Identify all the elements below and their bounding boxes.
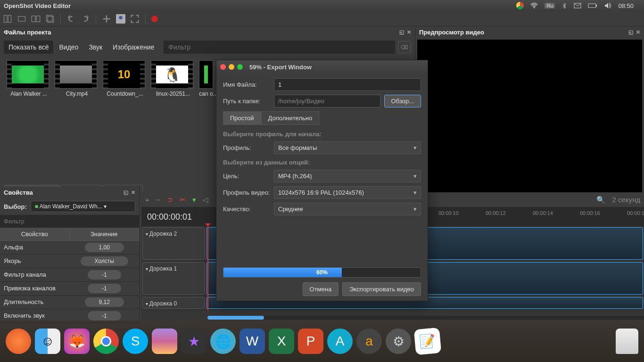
fullscreen-icon[interactable]	[130, 14, 140, 24]
dock-excel[interactable]: X	[269, 329, 294, 354]
dock-appstore[interactable]: A	[327, 329, 353, 354]
zoom-label: 2 секунд	[612, 196, 640, 204]
prop-name: Длительность	[0, 296, 70, 309]
volume-icon[interactable]	[604, 2, 611, 9]
close-panel-icon[interactable]: ✕	[407, 29, 411, 35]
close-panel-icon[interactable]: ✕	[636, 29, 640, 35]
clear-filter-button[interactable]: ⌫	[398, 41, 411, 53]
tab-show-all[interactable]: Показать всё	[4, 41, 53, 54]
prop-value[interactable]: Холсты	[81, 256, 128, 266]
path-input[interactable]	[274, 95, 380, 107]
track-header[interactable]: Дорожка 1	[142, 262, 205, 295]
dock-ubuntu[interactable]	[6, 329, 31, 354]
prop-value[interactable]: 1,00	[85, 243, 124, 252]
file-item[interactable]: can o...	[199, 60, 218, 97]
svg-rect-8	[36, 16, 40, 22]
marker-icon[interactable]: ▾	[192, 196, 196, 204]
tool-3[interactable]	[31, 14, 41, 24]
prop-name: Фильтр канала	[0, 268, 70, 281]
dock-photos[interactable]	[152, 329, 177, 354]
close-panel-icon[interactable]: ✕	[131, 189, 135, 196]
undock-icon[interactable]: ◱	[124, 189, 128, 196]
svg-rect-3	[596, 5, 597, 7]
prev-marker-icon[interactable]: ◁	[203, 196, 208, 204]
tool-1[interactable]	[3, 14, 12, 24]
app-title: OpenShot Video Editor	[4, 2, 71, 9]
undock-icon[interactable]: ◱	[399, 29, 404, 35]
undock-icon[interactable]: ◱	[628, 29, 633, 35]
clock[interactable]: 08:50	[618, 2, 634, 9]
tl-remove-icon[interactable]: −	[156, 196, 160, 204]
tab-audio[interactable]: Звук	[84, 41, 107, 54]
preview-panel-header: Предпросмотр видео ◱✕	[415, 26, 644, 38]
prop-name: Якорь	[0, 255, 70, 268]
redo-icon[interactable]	[81, 14, 90, 24]
dock-amazon[interactable]: a	[356, 329, 382, 354]
dock-browser[interactable]: 🌐	[210, 329, 236, 354]
prop-value[interactable]: -1	[88, 270, 121, 280]
files-filter-input[interactable]	[164, 41, 395, 54]
browse-button[interactable]: Обзор...	[384, 95, 421, 107]
props-filter-input[interactable]	[0, 215, 139, 228]
cut-icon[interactable]: ✂	[180, 196, 186, 204]
dock: ☺ 🦊 S ★ 🌐 W X P A a ⚙ 📝	[0, 321, 644, 362]
system-menubar: OpenShot Video Editor Ru 08:50	[0, 0, 644, 11]
dock-finder[interactable]: ☺	[35, 329, 60, 354]
keyboard-layout[interactable]: Ru	[545, 3, 555, 8]
prop-value[interactable]: -1	[88, 284, 121, 293]
tl-add-icon[interactable]: +	[145, 196, 149, 204]
file-item[interactable]: Alan Walker ...	[7, 60, 51, 97]
svg-rect-2	[588, 4, 596, 8]
dock-skype[interactable]: S	[123, 329, 148, 354]
tool-4[interactable]	[45, 14, 55, 24]
track-header[interactable]: Дорожка 0	[142, 297, 205, 309]
track-header[interactable]: Дорожка 2	[142, 227, 205, 260]
props-panel-header: Свойства ◱✕	[0, 187, 139, 198]
dock-imovie[interactable]: ★	[181, 329, 206, 354]
tab-simple[interactable]: Простой	[223, 111, 261, 125]
prop-value[interactable]: 9,12	[85, 297, 124, 307]
chrome-icon[interactable]	[516, 2, 524, 9]
bluetooth-icon[interactable]	[561, 2, 567, 9]
filename-input[interactable]	[274, 78, 421, 91]
file-item[interactable]: 10Countdown_...	[103, 60, 147, 97]
file-item[interactable]: City.mp4	[55, 60, 99, 97]
video-profile-select[interactable]: 1024x576 16:9 PAL (1024x576)	[274, 186, 421, 199]
battery-icon[interactable]	[588, 3, 597, 8]
dock-settings[interactable]: ⚙	[386, 329, 411, 354]
tab-image[interactable]: Изображение	[108, 41, 159, 54]
quality-select[interactable]: Среднее	[274, 203, 421, 215]
dock-word[interactable]: W	[239, 329, 265, 354]
wifi-icon[interactable]	[530, 2, 538, 9]
maximize-icon[interactable]	[237, 64, 243, 70]
export-button[interactable]: Экспортировать видео	[342, 282, 421, 296]
target-select[interactable]: MP4 (h.264)	[274, 170, 421, 182]
close-icon[interactable]	[220, 64, 226, 70]
dock-powerpoint[interactable]: P	[298, 329, 323, 354]
add-icon[interactable]	[102, 14, 111, 24]
selection-dropdown[interactable]: Alan Walker_David Wh... ▾	[31, 201, 135, 212]
dialog-titlebar[interactable]: 59% - Export Window	[216, 60, 428, 74]
tab-advanced[interactable]: Дополнительно	[261, 111, 320, 125]
file-item[interactable]: 🐧linux-20251...	[151, 60, 195, 97]
undo-icon[interactable]	[66, 14, 76, 24]
dock-notes[interactable]: 📝	[414, 328, 442, 355]
prop-value[interactable]: -1	[88, 311, 121, 321]
prop-name: Привязка каналов	[0, 282, 70, 295]
profile-select[interactable]: Все форматы	[274, 141, 421, 154]
timeline-scrollbar[interactable]	[207, 316, 264, 320]
magnet-icon[interactable]: ⊃	[167, 196, 173, 204]
tool-2[interactable]	[17, 14, 26, 24]
tab-video[interactable]: Видео	[54, 41, 83, 54]
export-progress: 60%	[223, 267, 421, 278]
file-icon[interactable]	[116, 14, 125, 24]
record-icon[interactable]	[151, 16, 158, 22]
dock-chrome[interactable]	[93, 329, 119, 354]
dock-firefox[interactable]: 🦊	[64, 329, 90, 354]
zoom-out-icon[interactable]: 🔍	[596, 196, 605, 204]
playhead[interactable]	[207, 226, 208, 310]
mail-icon[interactable]	[574, 3, 581, 8]
minimize-icon[interactable]	[229, 64, 234, 70]
dock-trash[interactable]	[616, 329, 638, 354]
cancel-button[interactable]: Отмена	[303, 282, 339, 296]
